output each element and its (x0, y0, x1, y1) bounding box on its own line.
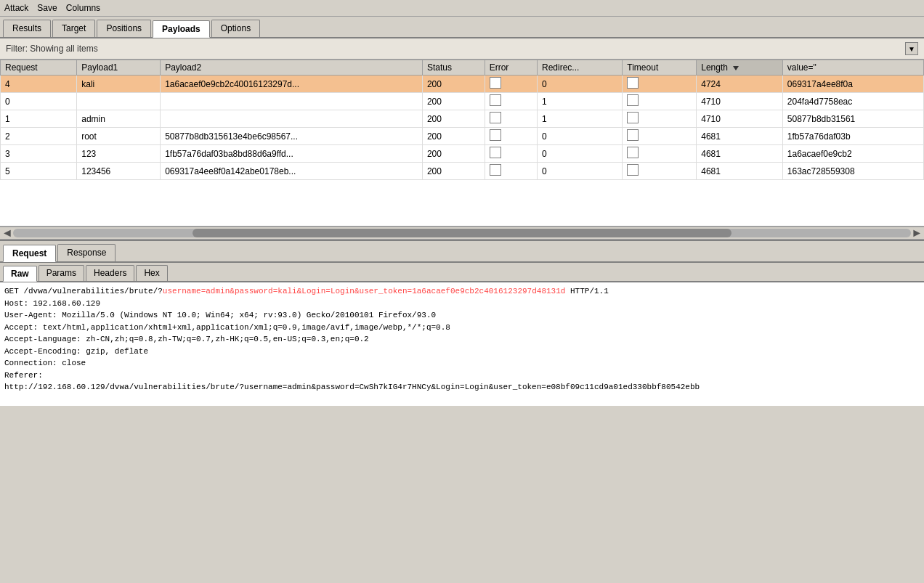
menu-save[interactable]: Save (37, 3, 57, 13)
col-payload1[interactable]: Payload1 (77, 60, 161, 76)
scroll-right-arrow[interactable]: ► (911, 227, 923, 240)
timeout-checkbox[interactable] (627, 112, 639, 123)
table-row[interactable]: 5123456069317a4ee8f0a142abe0178eb...2000… (1, 163, 924, 180)
col-error[interactable]: Error (485, 60, 537, 76)
request-line-7: Connection: close (4, 357, 920, 370)
results-table-container[interactable]: Request Payload1 Payload2 Status Error R… (0, 60, 924, 227)
tab-positions[interactable]: Positions (97, 20, 151, 37)
sort-icon (733, 66, 739, 70)
request-line-4: Accept: text/html,application/xhtml+xml,… (4, 322, 920, 334)
error-checkbox[interactable] (490, 112, 501, 123)
sub-tab-strip: Raw Params Headers Hex (0, 263, 924, 282)
sub-tab-params[interactable]: Params (38, 265, 84, 281)
table-row[interactable]: 4kali1a6acaef0e9cb2c40016123297d...20004… (1, 76, 924, 93)
error-checkbox[interactable] (490, 129, 501, 141)
table-row[interactable]: 31231fb57a76daf03ba8bd88d6a9ffd...200046… (1, 145, 924, 163)
req-http-ver: HTTP/1.1 (565, 287, 608, 295)
menu-bar: Attack Save Columns (0, 0, 924, 17)
req-login-param: &Login= (297, 287, 331, 295)
sub-tab-hex[interactable]: Hex (136, 265, 167, 281)
table-row[interactable]: 020014710204fa4d7758eac (1, 93, 924, 110)
req-token-param: &user_token= (354, 287, 412, 295)
timeout-checkbox[interactable] (627, 164, 639, 176)
req-password-val: kali (277, 287, 296, 295)
req-username-param: username= (163, 287, 206, 295)
request-content: GET /dvwa/vulnerabilities/brute/?usernam… (0, 282, 924, 406)
col-status[interactable]: Status (422, 60, 485, 76)
horizontal-scrollbar[interactable]: ◄ ► (0, 227, 924, 240)
col-length[interactable]: Length (697, 60, 783, 76)
scroll-left-arrow[interactable]: ◄ (1, 227, 13, 240)
scroll-track[interactable] (13, 229, 911, 237)
scroll-thumb[interactable] (192, 229, 732, 237)
filter-text: Filter: Showing all items (6, 44, 905, 54)
sub-tab-raw[interactable]: Raw (3, 266, 37, 282)
error-checkbox[interactable] (490, 164, 501, 176)
timeout-checkbox[interactable] (627, 147, 639, 158)
req-login-val: Login (331, 287, 354, 295)
tab-payloads[interactable]: Payloads (153, 20, 210, 38)
table-row[interactable]: 2root50877b8db315613e4be6c98567...200046… (1, 128, 924, 145)
col-payload2[interactable]: Payload2 (161, 60, 423, 76)
request-line-3: User-Agent: Mozilla/5.0 (Windows NT 10.0… (4, 309, 920, 322)
timeout-checkbox[interactable] (627, 129, 639, 141)
col-value[interactable]: value=" (782, 60, 923, 76)
error-checkbox[interactable] (490, 147, 501, 158)
tab-options[interactable]: Options (211, 20, 260, 37)
main-tab-strip: Results Target Positions Payloads Option… (0, 17, 924, 38)
col-timeout[interactable]: Timeout (623, 60, 697, 76)
timeout-checkbox[interactable] (627, 94, 639, 106)
req-username-val: admin (206, 287, 230, 295)
table-row[interactable]: 1admin2001471050877b8db31561 (1, 110, 924, 128)
col-redirect[interactable]: Redirec... (537, 60, 622, 76)
request-line-9: http://192.168.60.129/dvwa/vulnerabiliti… (4, 381, 920, 394)
tab-request[interactable]: Request (3, 245, 56, 262)
req-token-val: 1a6acaef0e9cb2c4016123297d48131d (412, 287, 565, 295)
tab-target[interactable]: Target (52, 20, 95, 37)
req-res-tab-strip: Request Response (0, 241, 924, 263)
req-password-param: &password= (230, 287, 277, 295)
timeout-checkbox[interactable] (627, 77, 639, 89)
error-checkbox[interactable] (490, 94, 501, 106)
bottom-panel: Request Response Raw Params Headers Hex … (0, 240, 924, 406)
filter-bar: Filter: Showing all items ▼ (0, 38, 924, 60)
menu-columns[interactable]: Columns (66, 3, 100, 13)
sub-tab-headers[interactable]: Headers (86, 265, 134, 281)
filter-button[interactable]: ▼ (905, 42, 918, 55)
request-line-6: Accept-Encoding: gzip, deflate (4, 346, 920, 358)
req-prefix: GET /dvwa/vulnerabilities/brute/? (4, 287, 163, 295)
tab-response[interactable]: Response (57, 244, 115, 261)
menu-attack[interactable]: Attack (4, 3, 28, 13)
request-line-5: Accept-Language: zh-CN,zh;q=0.8,zh-TW;q=… (4, 333, 920, 346)
request-line-8: Referer: (4, 370, 920, 382)
results-table: Request Payload1 Payload2 Status Error R… (0, 60, 924, 180)
col-request[interactable]: Request (1, 60, 77, 76)
tab-results[interactable]: Results (3, 20, 51, 37)
request-line-2: Host: 192.168.60.129 (4, 298, 920, 310)
request-line-1: GET /dvwa/vulnerabilities/brute/?usernam… (4, 285, 920, 298)
error-checkbox[interactable] (490, 77, 501, 89)
